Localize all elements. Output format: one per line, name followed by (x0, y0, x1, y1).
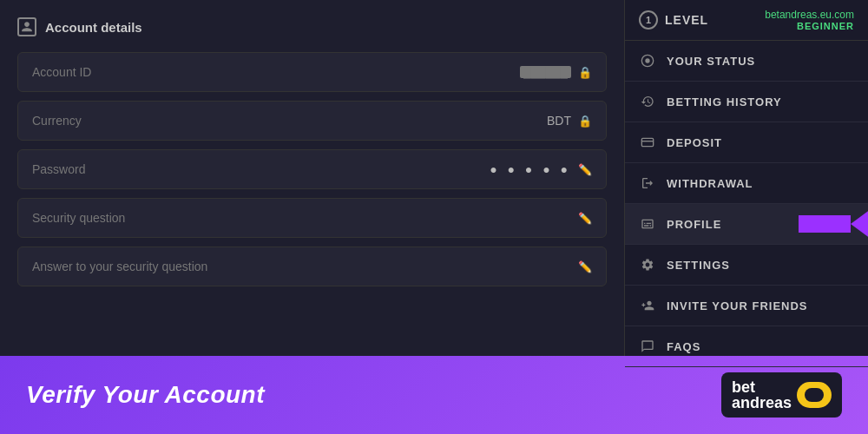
currency-label: Currency (32, 114, 82, 128)
currency-field: Currency BDT 🔒 (17, 101, 607, 141)
brand-icon-inner (805, 388, 824, 402)
lock-icon-1: 🔒 (578, 66, 592, 79)
security-question-field[interactable]: Security question ✏️ (17, 198, 607, 238)
account-icon (17, 17, 36, 36)
currency-text: BDT (547, 114, 571, 128)
brand-bet: bet (732, 379, 755, 395)
security-answer-field[interactable]: Answer to your security question ✏️ (17, 247, 607, 286)
arrow-body (799, 215, 851, 233)
nav-label-faqs: FAQS (667, 340, 700, 353)
history-icon (639, 93, 656, 110)
level-circle: 1 (639, 10, 658, 30)
account-id-label: Account ID (32, 65, 91, 79)
lock-icon-2: 🔒 (578, 115, 592, 128)
nav-label-deposit: DEPOSIT (667, 136, 722, 149)
panel-title: Account details (45, 20, 142, 35)
account-details-panel: Account details Account ID ██████ 🔒 Curr… (0, 0, 625, 356)
nav-item-invite-friends[interactable]: INVITE YOUR FRIENDS (625, 286, 868, 326)
status-icon (639, 52, 656, 69)
withdrawal-icon (639, 174, 656, 192)
nav-item-settings[interactable]: SETTINGS (625, 245, 868, 286)
nav-item-faqs[interactable]: FAQS (625, 326, 868, 367)
panel-header: Account details (17, 17, 607, 36)
security-question-value: ✏️ (578, 212, 592, 225)
site-info: betandreas.eu.com BEGINNER (765, 9, 854, 31)
nav-item-deposit[interactable]: DEPOSIT (625, 122, 868, 163)
level-label: LEVEL (665, 13, 708, 27)
security-question-label: Security question (32, 211, 125, 225)
security-answer-value: ✏️ (578, 260, 592, 273)
profile-arrow-annotation (799, 205, 868, 243)
account-id-value: ██████ 🔒 (520, 66, 592, 79)
password-field[interactable]: Password ● ● ● ● ● ✏️ (17, 149, 607, 189)
banner-text: Verify Your Account (26, 381, 265, 409)
security-answer-label: Answer to your security question (32, 260, 207, 273)
level-info: 1 LEVEL (639, 10, 708, 30)
settings-icon (639, 256, 656, 273)
nav-item-betting-history[interactable]: BETTING HISTORY (625, 82, 868, 122)
password-label: Password (32, 162, 85, 176)
level-number: 1 (646, 15, 651, 25)
svg-rect-2 (641, 138, 653, 146)
password-value: ● ● ● ● ● ✏️ (490, 162, 592, 176)
nav-item-your-status[interactable]: YOUR STATUS (625, 41, 868, 82)
edit-icon-2[interactable]: ✏️ (578, 212, 592, 225)
nav-label-profile: PROFILE (667, 218, 721, 231)
svg-point-1 (645, 58, 649, 62)
brand-icon (797, 382, 832, 408)
edit-icon-1[interactable]: ✏️ (578, 163, 592, 176)
nav-label-settings: SETTINGS (667, 259, 730, 272)
brand-logo: bet andreas (721, 372, 842, 418)
brand-name: bet andreas (732, 379, 792, 411)
nav-item-profile[interactable]: PROFILE (625, 204, 868, 245)
nav-label-betting-history: BETTING HISTORY (667, 95, 782, 108)
deposit-icon (639, 134, 656, 151)
bottom-banner: Verify Your Account bet andreas (0, 356, 868, 434)
password-dots: ● ● ● ● ● (490, 162, 571, 176)
nav-label-your-status: YOUR STATUS (667, 55, 755, 68)
level-header: 1 LEVEL betandreas.eu.com BEGINNER (625, 0, 868, 41)
account-id-field: Account ID ██████ 🔒 (17, 52, 607, 92)
beginner-badge: BEGINNER (797, 21, 854, 31)
profile-icon (639, 215, 656, 233)
nav-label-invite-friends: INVITE YOUR FRIENDS (667, 299, 808, 312)
faqs-icon (639, 338, 656, 355)
currency-value: BDT 🔒 (547, 114, 592, 128)
site-url: betandreas.eu.com (765, 9, 854, 21)
brand-andreas: andreas (732, 395, 792, 411)
arrow-head (851, 205, 868, 243)
right-nav-panel: 1 LEVEL betandreas.eu.com BEGINNER YOUR … (625, 0, 868, 356)
invite-icon (639, 297, 656, 314)
edit-icon-3[interactable]: ✏️ (578, 260, 592, 273)
nav-label-withdrawal: WITHDRAWAL (667, 177, 753, 190)
nav-item-withdrawal[interactable]: WITHDRAWAL (625, 163, 868, 204)
account-id-blurred: ██████ (520, 66, 571, 78)
